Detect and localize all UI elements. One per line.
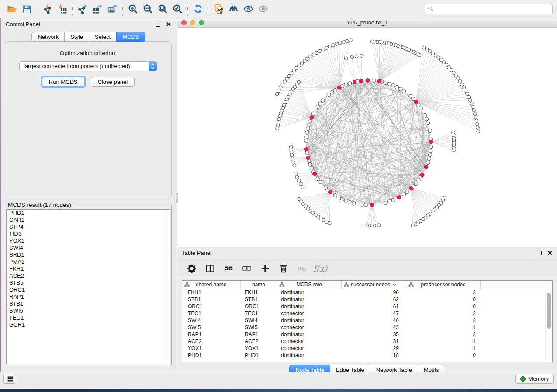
cell-successor_nodes[interactable]: 46 <box>342 317 406 324</box>
zoom-out-icon[interactable] <box>140 2 155 16</box>
mcds-node-item[interactable]: TID3 <box>7 230 170 237</box>
zoom-fit-icon[interactable] <box>155 2 170 16</box>
table-row[interactable]: STB1STB1dominator620 <box>182 296 552 303</box>
float-table-panel-icon[interactable] <box>537 251 542 255</box>
table-row[interactable]: YOX1YOX1connector291 <box>182 345 552 352</box>
cell-shared_name[interactable]: FKH1 <box>182 289 241 296</box>
cell-name[interactable]: TEC1 <box>241 310 277 317</box>
cell-name[interactable]: ORC1 <box>241 303 277 310</box>
tab-mcds[interactable]: MCDS <box>116 32 145 42</box>
table-row[interactable]: SWI5SWI5connector431 <box>182 324 552 331</box>
mcds-node-item[interactable]: RAP1 <box>7 293 170 300</box>
optimization-criterion-dropdown[interactable]: largest connected component (undirected) <box>19 61 157 71</box>
table-row[interactable]: PHD1PHD1dominator180 <box>182 352 552 359</box>
export-network-icon[interactable] <box>75 2 90 16</box>
cell-shared_name[interactable]: SWI4 <box>182 317 241 324</box>
cell-mcds_role[interactable]: connector <box>277 345 342 352</box>
cell-name[interactable]: FKH1 <box>241 289 277 296</box>
cell-predecessor_nodes[interactable]: 1 <box>406 345 481 352</box>
network-canvas[interactable] <box>177 28 557 247</box>
cell-mcds_role[interactable]: dominator <box>277 317 342 324</box>
close-panel-button[interactable]: Close panel <box>91 77 135 87</box>
cell-predecessor_nodes[interactable]: 0 <box>406 296 481 303</box>
mcds-result-list[interactable]: PHD1CAR1STP4TID3YOX1SWI4SRD1PMA2FKH1ACE2… <box>6 209 170 364</box>
settings-gear-icon[interactable] <box>183 261 200 276</box>
mcds-node-item[interactable]: STB5 <box>7 279 170 286</box>
column-header-shared-name[interactable]: shared name <box>182 281 241 289</box>
minimize-window-icon[interactable] <box>190 20 195 25</box>
cell-predecessor_nodes[interactable]: 0 <box>406 352 481 359</box>
table-scrollbar[interactable] <box>545 289 552 361</box>
import-network-icon[interactable] <box>40 2 55 16</box>
cell-shared_name[interactable]: STB1 <box>182 296 241 303</box>
search-box[interactable] <box>425 4 553 14</box>
mcds-node-item[interactable]: SWI4 <box>7 244 170 251</box>
table-scrollbar-thumb[interactable] <box>547 293 551 329</box>
tab-style[interactable]: Style <box>64 32 89 42</box>
cell-successor_nodes[interactable]: 62 <box>342 296 406 303</box>
cell-mcds_role[interactable]: connector <box>277 310 342 317</box>
cell-shared_name[interactable]: ACE2 <box>182 338 241 345</box>
export-table-icon[interactable] <box>90 2 105 16</box>
task-history-button[interactable] <box>3 374 15 384</box>
mcds-node-item[interactable]: YOX1 <box>7 237 170 244</box>
column-header-successor-nodes[interactable]: successor nodes <box>342 281 406 289</box>
column-header-MCDS-role[interactable]: MCDS role <box>277 281 342 289</box>
cell-successor_nodes[interactable]: 47 <box>342 310 406 317</box>
cell-successor_nodes[interactable]: 31 <box>342 338 406 345</box>
cell-predecessor_nodes[interactable]: 0 <box>406 303 481 310</box>
cell-successor_nodes[interactable]: 61 <box>342 303 406 310</box>
cell-name[interactable]: YOX1 <box>241 345 277 352</box>
cell-name[interactable]: SWI4 <box>241 317 277 324</box>
cell-predecessor_nodes[interactable]: 2 <box>406 317 481 324</box>
cell-mcds_role[interactable]: dominator <box>277 289 342 296</box>
deselect-all-icon[interactable] <box>239 261 255 276</box>
cell-predecessor_nodes[interactable]: 1 <box>406 324 481 331</box>
cell-name[interactable]: RAP1 <box>241 331 277 338</box>
cell-name[interactable]: ACE2 <box>241 338 277 345</box>
mcds-node-item[interactable]: PHD1 <box>7 210 170 217</box>
mcds-node-item[interactable]: GCR1 <box>7 321 170 328</box>
add-column-icon[interactable] <box>257 261 273 276</box>
cell-successor_nodes[interactable]: 18 <box>342 352 406 359</box>
tab-network[interactable]: Network <box>31 32 64 42</box>
show-selected-icon[interactable] <box>256 2 270 16</box>
cell-mcds_role[interactable]: connector <box>277 338 342 345</box>
cell-predecessor_nodes[interactable]: 2 <box>406 331 481 338</box>
mcds-node-item[interactable]: ACE2 <box>7 272 170 279</box>
cell-successor_nodes[interactable]: 35 <box>342 331 406 338</box>
open-file-icon[interactable] <box>4 2 19 16</box>
cell-predecessor_nodes[interactable]: 2 <box>406 310 481 317</box>
table-row[interactable]: RAP1RAP1dominator352 <box>182 331 552 338</box>
cell-shared_name[interactable]: PHD1 <box>182 352 241 359</box>
cell-shared_name[interactable]: YOX1 <box>182 345 241 352</box>
mcds-node-item[interactable]: CAR1 <box>7 217 170 224</box>
mcds-node-item[interactable]: SWI5 <box>7 307 170 314</box>
select-all-icon[interactable] <box>220 261 237 276</box>
list-scrollbar[interactable] <box>164 210 170 363</box>
cell-name[interactable]: PHD1 <box>241 352 277 359</box>
panel-splitter-grip[interactable] <box>176 193 178 203</box>
cell-mcds_role[interactable]: dominator <box>277 296 342 303</box>
float-panel-icon[interactable] <box>156 22 160 27</box>
duplicate-network-icon[interactable] <box>211 2 226 16</box>
cell-mcds_role[interactable]: connector <box>277 324 342 331</box>
table-row[interactable]: FKH1FKH1dominator962 <box>182 289 552 296</box>
cell-name[interactable]: STB1 <box>241 296 277 303</box>
cell-shared_name[interactable]: TEC1 <box>182 310 241 317</box>
search-input[interactable] <box>436 6 550 12</box>
cell-mcds_role[interactable]: dominator <box>277 352 342 359</box>
zoom-selected-icon[interactable] <box>170 2 185 16</box>
table-row[interactable]: ACE2ACE2connector311 <box>182 338 552 345</box>
mcds-node-item[interactable]: TEC1 <box>7 314 170 321</box>
mcds-node-item[interactable]: SRD1 <box>7 251 170 258</box>
network-search-icon[interactable] <box>226 2 241 16</box>
column-header-predecessor-nodes[interactable]: predecessor nodes <box>406 281 481 289</box>
table-row[interactable]: SWI4SWI4dominator462 <box>182 317 552 324</box>
cell-name[interactable]: SWI5 <box>241 324 277 331</box>
memory-button[interactable]: Memory <box>515 374 554 384</box>
mcds-node-item[interactable]: STB1 <box>7 300 170 307</box>
table-row[interactable]: ORC1ORC1dominator610 <box>182 303 552 310</box>
table-row[interactable]: TEC1TEC1connector472 <box>182 310 552 317</box>
export-image-icon[interactable] <box>105 2 120 16</box>
